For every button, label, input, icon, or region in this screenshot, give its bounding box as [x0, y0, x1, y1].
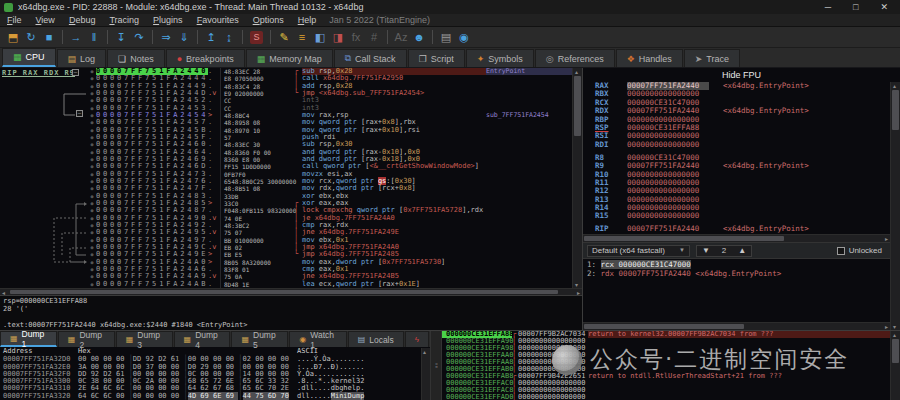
- breakpoint-dot-icon[interactable]: ●: [88, 97, 96, 104]
- menu-tracing[interactable]: Tracing: [102, 15, 146, 25]
- maximize-button[interactable]: □: [853, 0, 858, 14]
- tab-script[interactable]: ❐Script: [408, 49, 465, 67]
- dump-tab-dump-3[interactable]: ▦Dump 3: [116, 331, 173, 347]
- dump-tab-dump-2[interactable]: ▦Dump 2: [58, 331, 115, 347]
- run-to-user-code-icon[interactable]: ↨: [220, 28, 238, 47]
- trace-icon[interactable]: S: [250, 31, 263, 44]
- arguments-horizontal-scrollbar[interactable]: ▸: [583, 322, 890, 330]
- disasm-vertical-scrollbar[interactable]: ▴ ▾: [572, 68, 582, 288]
- attach-icon[interactable]: ☻: [410, 28, 428, 47]
- breakpoint-dot-icon[interactable]: ●: [88, 266, 96, 273]
- menu-options[interactable]: Options: [246, 15, 291, 25]
- stack-row[interactable]: 000000CE31EFFAD0│0000000000000000: [442, 394, 890, 400]
- breakpoint-dot-icon[interactable]: ●: [88, 207, 96, 214]
- menu-favourites[interactable]: Favourites: [190, 15, 246, 25]
- hash-icon[interactable]: #: [365, 28, 383, 47]
- run-to-selection-icon[interactable]: ⇒: [157, 28, 175, 47]
- breakpoint-dot-icon[interactable]: ●: [88, 193, 96, 200]
- dump-row[interactable]: 00007FF751FA332064 6C 6C 00 │00 00 00 00…: [0, 393, 430, 400]
- internet-icon[interactable]: ◉: [455, 28, 473, 47]
- breakpoint-dot-icon[interactable]: ●: [88, 281, 96, 288]
- stop-icon[interactable]: ■: [40, 28, 58, 47]
- highlight-red-icon[interactable]: ◨: [329, 28, 347, 47]
- dump-tab-dump-5[interactable]: ▦Dump 5: [231, 331, 288, 347]
- tab-notes[interactable]: ❏Notes: [107, 49, 165, 67]
- pause-icon[interactable]: ‖: [85, 28, 103, 47]
- step-into-icon[interactable]: ↧: [112, 28, 130, 47]
- menu-plugins[interactable]: Plugins: [146, 15, 190, 25]
- unlocked-checkbox[interactable]: [837, 247, 845, 255]
- hide-fpu-button[interactable]: Hide FPU: [583, 68, 900, 82]
- tab-symbols[interactable]: ✦Symbols: [466, 49, 534, 67]
- breakpoint-dot-icon[interactable]: ●: [88, 259, 96, 266]
- stack-vertical-scrollbar[interactable]: ▴: [890, 331, 900, 400]
- assemble-text-icon[interactable]: Aᴢ: [392, 28, 410, 47]
- breakpoint-dot-icon[interactable]: ●: [88, 156, 96, 163]
- breakpoint-dot-icon[interactable]: ●: [88, 134, 96, 141]
- restart-icon[interactable]: ↻: [22, 28, 40, 47]
- patch-icon[interactable]: ✎: [275, 28, 293, 47]
- breakpoint-dot-icon[interactable]: ●: [88, 229, 96, 236]
- run-icon[interactable]: →: [67, 28, 85, 47]
- menu-file[interactable]: File: [0, 15, 29, 25]
- breakpoint-dot-icon[interactable]: ●: [88, 237, 96, 244]
- tab-memory-map[interactable]: ▦Memory Map: [246, 49, 333, 67]
- breakpoint-dot-icon[interactable]: ●: [88, 251, 96, 258]
- menu-help[interactable]: Help: [291, 15, 324, 25]
- tab-trace[interactable]: ➤Trace: [684, 49, 740, 67]
- step-out-icon[interactable]: ↥: [202, 28, 220, 47]
- breakpoint-dot-icon[interactable]: ●: [88, 273, 96, 280]
- registers-horizontal-scrollbar[interactable]: ▸: [583, 234, 890, 242]
- calling-convention-select[interactable]: Default (x64 fastcall)▼: [587, 245, 690, 257]
- breakpoint-dot-icon[interactable]: ●: [88, 68, 96, 75]
- menu-view[interactable]: View: [29, 15, 62, 25]
- close-button[interactable]: ✕: [880, 0, 888, 14]
- minimize-button[interactable]: ─: [825, 0, 831, 14]
- breakpoint-dot-icon[interactable]: ●: [88, 105, 96, 112]
- highlight-blue-icon[interactable]: ◧: [311, 28, 329, 47]
- breakpoint-dot-icon[interactable]: ●: [88, 90, 96, 97]
- tab-call-stack[interactable]: ⧉Call Stack: [334, 49, 407, 67]
- dump-tab-watch-1[interactable]: ◉Watch 1: [289, 331, 346, 347]
- breakpoint-dot-icon[interactable]: ●: [88, 112, 96, 119]
- breakpoint-dot-icon[interactable]: ●: [88, 149, 96, 156]
- argument-row[interactable]: 2: rdx 00007FF751FA2440 <x64dbg.EntryPoi…: [587, 270, 900, 279]
- tab-log[interactable]: ▤Log: [57, 49, 107, 67]
- breakpoint-dot-icon[interactable]: ●: [88, 141, 96, 148]
- tab-breakpoints[interactable]: ●Breakpoints: [166, 49, 245, 67]
- tab-handles[interactable]: ❖Handles: [616, 49, 683, 67]
- disasm-horizontal-scrollbar[interactable]: ◂ ▸: [0, 288, 582, 295]
- open-file-icon[interactable]: ⬒: [4, 28, 22, 47]
- functions-icon[interactable]: fx: [347, 28, 365, 47]
- breakpoint-dot-icon[interactable]: ●: [88, 83, 96, 90]
- step-over-icon[interactable]: ↷: [130, 28, 148, 47]
- breakpoint-dot-icon[interactable]: ●: [88, 222, 96, 229]
- breakpoint-dot-icon[interactable]: ●: [88, 185, 96, 192]
- preferences-icon[interactable]: ≡: [293, 28, 311, 47]
- dump-vertical-scrollbar[interactable]: ▴: [421, 348, 430, 400]
- pane-splitter[interactable]: ⁞⁞: [430, 331, 442, 400]
- breakpoint-dot-icon[interactable]: ●: [88, 171, 96, 178]
- register-row[interactable]: R150000000000000000: [595, 212, 900, 220]
- argument-count-spinner[interactable]: ▼2▲: [696, 245, 752, 257]
- breakpoint-dot-icon[interactable]: ●: [88, 215, 96, 222]
- dump-tab-dump-1[interactable]: ▦Dump 1: [0, 331, 57, 347]
- tab-cpu[interactable]: ▦CPU: [2, 48, 56, 67]
- breakpoint-dot-icon[interactable]: ●: [88, 244, 96, 251]
- dump-tab-icon[interactable]: ϟ: [405, 331, 429, 347]
- disasm-row[interactable]: ●00007FF751FA24AB.8D48 1Elea ecx,qword p…: [88, 281, 572, 288]
- breakpoint-dot-icon[interactable]: ●: [88, 127, 96, 134]
- breakpoint-dot-icon[interactable]: ●: [88, 200, 96, 207]
- registers-vertical-scrollbar[interactable]: ▴ ▾: [890, 82, 900, 330]
- database-icon[interactable]: ▤: [437, 28, 455, 47]
- dump-tab-locals[interactable]: ▤Locals: [348, 331, 404, 347]
- breakpoint-dot-icon[interactable]: ●: [88, 178, 96, 185]
- step-down-icon[interactable]: ⇓: [175, 28, 193, 47]
- breakpoint-dot-icon[interactable]: ●: [88, 119, 96, 126]
- tab-references[interactable]: ◎References: [535, 49, 615, 67]
- dump-tab-dump-4[interactable]: ▦Dump 4: [174, 331, 231, 347]
- register-row[interactable]: RIP00007FF751FA2440<x64dbg.EntryPoint>: [595, 225, 900, 233]
- breakpoint-dot-icon[interactable]: ●: [88, 75, 96, 82]
- breakpoint-dot-icon[interactable]: ●: [88, 163, 96, 170]
- menu-debug[interactable]: Debug: [62, 15, 103, 25]
